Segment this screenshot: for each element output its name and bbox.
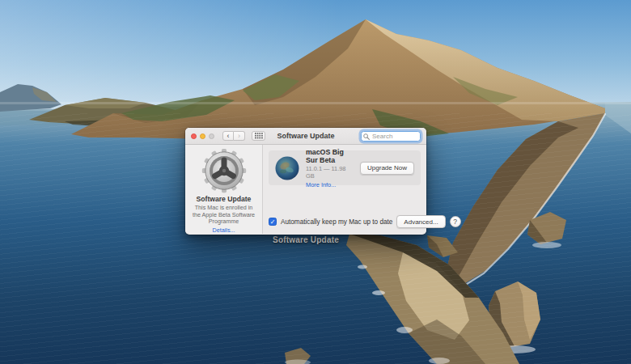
grid-icon <box>255 133 263 139</box>
update-card: macOS Big Sur Beta 11.0.1 — 11.98 GB Mor… <box>269 150 421 185</box>
help-button[interactable]: ? <box>450 216 461 227</box>
window-body: Software Update This Mac is enrolled in … <box>185 145 426 234</box>
sidebar-app-name: Software Update <box>197 195 252 203</box>
sidebar: Software Update This Mac is enrolled in … <box>185 145 263 234</box>
traffic-lights <box>191 133 214 139</box>
details-link[interactable]: Details... <box>213 226 235 234</box>
zoom-button <box>209 133 214 139</box>
software-update-gear-icon <box>201 148 248 193</box>
update-info: macOS Big Sur Beta 11.0.1 — 11.98 GB Mor… <box>306 148 354 188</box>
search-input[interactable] <box>361 131 421 142</box>
wallpaper-caption: Software Update <box>185 235 426 244</box>
software-update-window: ‹ › Software Update <box>185 128 426 235</box>
show-all-button[interactable] <box>252 131 265 141</box>
auto-update-label: Automatically keep my Mac up to date <box>281 218 392 226</box>
auto-update-checkbox[interactable]: ✓ <box>269 218 277 226</box>
beta-enrollment-text: This Mac is enrolled in the Apple Beta S… <box>185 205 262 226</box>
footer-row: ✓ Automatically keep my Mac up to date A… <box>269 215 421 228</box>
search-icon <box>363 133 370 140</box>
nav-buttons: ‹ › <box>222 131 245 141</box>
update-name: macOS Big Sur Beta <box>306 148 354 164</box>
search-field <box>361 131 421 142</box>
advanced-button[interactable]: Advanced... <box>396 215 445 228</box>
content-pane: macOS Big Sur Beta 11.0.1 — 11.98 GB Mor… <box>263 145 426 234</box>
update-version-size: 11.0.1 — 11.98 GB <box>306 165 354 180</box>
macos-big-sur-icon <box>275 156 299 180</box>
more-info-link[interactable]: More Info... <box>306 181 354 188</box>
upgrade-now-button[interactable]: Upgrade Now <box>360 162 414 175</box>
close-button[interactable] <box>191 133 197 139</box>
forward-button: › <box>234 131 245 141</box>
titlebar: ‹ › Software Update <box>185 128 426 145</box>
minimize-button[interactable] <box>200 133 205 139</box>
back-button[interactable]: ‹ <box>222 131 234 141</box>
